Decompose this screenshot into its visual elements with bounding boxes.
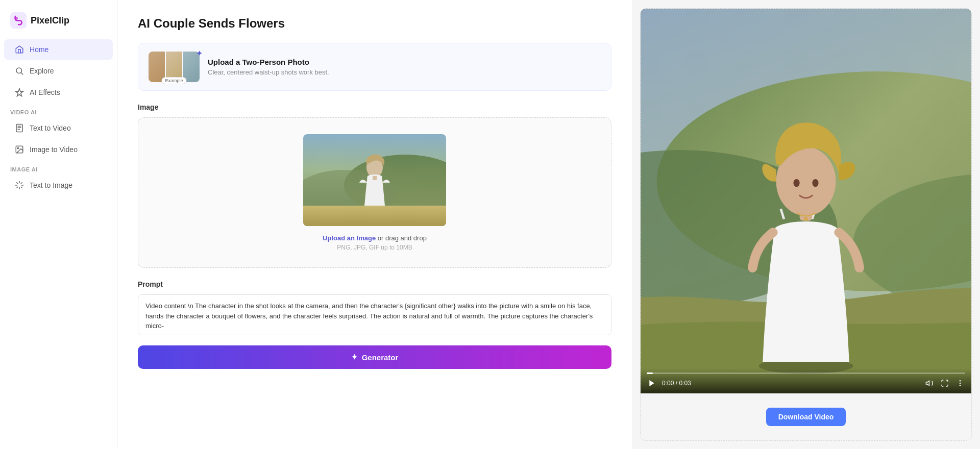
generator-icon: ✦ — [351, 353, 358, 362]
video-ai-section: Video AI — [0, 103, 117, 117]
upload-drag-text: or drag and drop — [376, 234, 427, 242]
image-section-label: Image — [138, 103, 611, 111]
image-dropzone[interactable]: Upload an Image or drag and drop PNG, JP… — [138, 117, 611, 268]
prompt-textarea[interactable]: Video content \n The character in the sh… — [138, 294, 611, 335]
sidebar-item-ai-effects[interactable]: AI Effects — [4, 82, 113, 103]
svg-point-25 — [960, 383, 961, 384]
upload-card[interactable]: Example ✦ Upload a Two-Person Photo Clea… — [138, 43, 611, 91]
upload-formats: PNG, JPG, GIF up to 10MB — [337, 244, 412, 251]
sidebar: PixelClip Home Explore AI Effects Video … — [0, 0, 117, 449]
video-bg — [641, 9, 971, 393]
download-section: Download Video — [641, 393, 971, 440]
image-icon — [14, 144, 24, 155]
search-icon — [14, 66, 24, 76]
volume-button[interactable] — [924, 378, 935, 388]
upload-star-icon: ✦ — [196, 48, 203, 58]
generator-label: Generator — [362, 353, 399, 362]
svg-marker-23 — [926, 381, 929, 385]
sidebar-item-image-to-video[interactable]: Image to Video — [4, 139, 113, 160]
svg-point-2 — [16, 68, 22, 73]
upload-card-text: Upload a Two-Person Photo Clear, centere… — [208, 58, 329, 76]
sidebar-label-text-to-video: Text to Video — [30, 124, 71, 132]
total-time: 0:03 — [679, 380, 691, 387]
right-panel: 0:00 / 0:03 Download Video — [640, 8, 972, 441]
sidebar-item-explore[interactable]: Explore — [4, 61, 113, 81]
video-progress-bar[interactable] — [647, 372, 965, 374]
svg-point-20 — [812, 179, 818, 187]
svg-marker-22 — [649, 380, 654, 386]
svg-point-5 — [17, 147, 18, 148]
sidebar-item-text-to-video[interactable]: Text to Video — [4, 118, 113, 138]
example-badge: Example — [161, 77, 186, 84]
upload-hint: Upload an Image or drag and drop — [323, 234, 427, 242]
logo: PixelClip — [0, 8, 117, 39]
image-preview — [303, 134, 446, 226]
sidebar-label-ai-effects: AI Effects — [30, 88, 60, 96]
sidebar-label-explore: Explore — [30, 67, 54, 75]
image-ai-section: Image AI — [0, 160, 117, 174]
svg-point-21 — [804, 217, 808, 221]
svg-point-26 — [960, 385, 961, 386]
page-title: AI Couple Sends Flowers — [138, 16, 611, 31]
video-container: 0:00 / 0:03 — [641, 9, 971, 393]
example-photos: Example ✦ — [149, 52, 200, 82]
main-content: AI Couple Sends Flowers Example ✦ Upload… — [117, 0, 632, 449]
generator-button[interactable]: ✦ Generator — [138, 345, 611, 369]
time-display: 0:00 / 0:03 — [662, 380, 919, 387]
app-name: PixelClip — [31, 15, 69, 26]
svg-point-24 — [960, 380, 961, 382]
svg-rect-11 — [373, 176, 377, 180]
sidebar-item-text-to-image[interactable]: Text to Image — [4, 175, 113, 195]
upload-card-title: Upload a Two-Person Photo — [208, 58, 329, 66]
sparkle-icon-ai — [14, 87, 24, 97]
upload-card-subtitle: Clear, centered waist-up shots work best… — [208, 68, 329, 76]
more-button[interactable] — [955, 378, 965, 388]
video-progress-fill — [647, 372, 653, 374]
home-icon — [14, 44, 24, 55]
upload-link[interactable]: Upload an Image — [323, 234, 376, 242]
sidebar-label-home: Home — [30, 45, 48, 54]
sparkle-icon-img — [14, 180, 24, 190]
video-controls-row: 0:00 / 0:03 — [647, 378, 965, 388]
download-button[interactable]: Download Video — [766, 408, 846, 426]
svg-point-19 — [793, 179, 799, 187]
sidebar-label-text-to-image: Text to Image — [30, 181, 72, 189]
video-controls: 0:00 / 0:03 — [641, 368, 971, 393]
fullscreen-button[interactable] — [940, 378, 950, 388]
play-button[interactable] — [647, 378, 657, 388]
sidebar-item-home[interactable]: Home — [4, 39, 113, 60]
sidebar-label-image-to-video: Image to Video — [30, 145, 78, 154]
logo-icon — [10, 12, 27, 29]
prompt-section-label: Prompt — [138, 280, 611, 288]
current-time: 0:00 — [662, 380, 674, 387]
file-icon — [14, 123, 24, 133]
svg-point-1 — [15, 17, 18, 20]
svg-rect-9 — [303, 206, 446, 226]
